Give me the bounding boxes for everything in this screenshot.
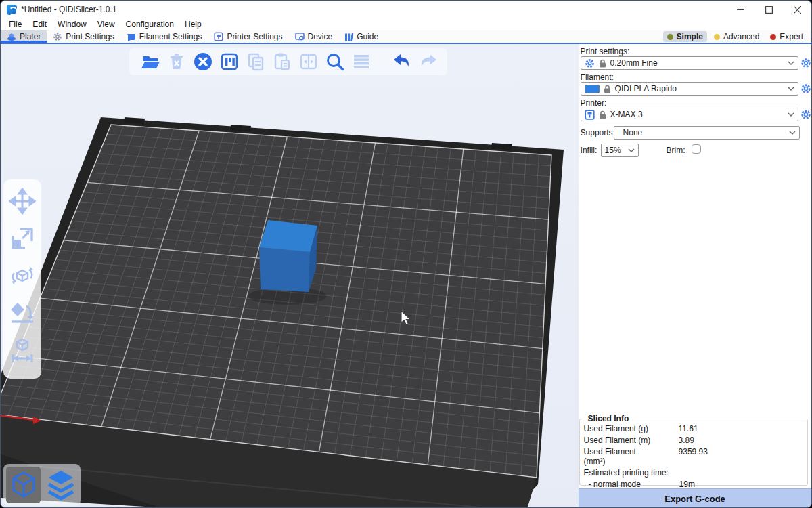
mode-simple[interactable]: Simple <box>663 31 707 42</box>
tab-bar: Plater Print Settings Filament Settings … <box>1 30 811 44</box>
edit-filament-gear-icon[interactable] <box>800 83 811 94</box>
chevron-down-icon <box>789 131 796 135</box>
export-gcode-button[interactable]: Export G-code <box>579 488 812 508</box>
supports-value: None <box>618 128 785 137</box>
menu-edit[interactable]: Edit <box>27 20 52 29</box>
gizmo-toolbar <box>3 179 41 379</box>
tab-printer-settings[interactable]: Printer Settings <box>208 30 288 43</box>
sliced-info-row: Used Filament (m) 3.89 <box>580 435 807 446</box>
scale-tool-button[interactable] <box>9 225 36 252</box>
delete-button[interactable] <box>166 51 187 72</box>
editor-3d-view-button[interactable] <box>6 467 41 503</box>
infill-label: Infill: <box>581 146 597 155</box>
maximize-icon <box>765 6 773 14</box>
tab-print-settings[interactable]: Print Settings <box>47 30 120 43</box>
copy-button[interactable] <box>246 51 266 72</box>
sliced-info-row: Used Filament (mm³) 9359.93 <box>580 446 807 467</box>
rotate-tool-button[interactable] <box>9 262 36 289</box>
menu-window[interactable]: Window <box>52 20 92 29</box>
variable-layer-height-button[interactable] <box>351 51 371 72</box>
filament-settings-icon <box>127 33 136 41</box>
chevron-down-icon <box>788 112 794 117</box>
build-plate-scene[interactable] <box>1 44 579 508</box>
editor-3d-icon <box>10 471 37 499</box>
delete-icon <box>166 51 187 72</box>
mode-advanced[interactable]: Advanced <box>710 31 763 42</box>
view-toggle-group <box>3 464 81 506</box>
brim-label: Brim: <box>667 146 685 155</box>
printer-settings-icon <box>214 32 223 41</box>
app-window: *Untitled - QIDISlicer-1.0.1 File Edit W… <box>0 0 812 508</box>
mode-group: Simple Advanced Expert <box>663 30 811 43</box>
paste-button[interactable] <box>272 51 292 72</box>
open-folder-icon <box>140 51 160 72</box>
printer-icon <box>585 110 595 120</box>
undo-button[interactable] <box>391 51 411 72</box>
move-icon <box>9 188 36 215</box>
window-title: *Untitled - QIDISlicer-1.0.1 <box>21 5 116 14</box>
supports-combo[interactable]: None <box>614 126 800 140</box>
mode-expert[interactable]: Expert <box>766 31 807 42</box>
infill-combo[interactable]: 15% <box>601 144 639 157</box>
supports-label: Supports: <box>581 128 615 137</box>
menu-help[interactable]: Help <box>179 20 207 29</box>
rotate-icon <box>9 262 36 289</box>
measure-tool-button[interactable] <box>9 337 36 364</box>
print-settings-value: 0.20mm Fine <box>610 58 784 68</box>
arrange-icon <box>219 51 240 72</box>
arrange-button[interactable] <box>219 51 240 72</box>
delete-all-button[interactable] <box>193 51 213 72</box>
menu-configuration[interactable]: Configuration <box>120 20 179 29</box>
minimize-icon <box>737 6 744 14</box>
menu-file[interactable]: File <box>3 20 27 29</box>
redo-button[interactable] <box>418 51 438 72</box>
variable-layer-height-icon <box>351 51 371 72</box>
model-cube[interactable] <box>259 220 317 292</box>
preview-layers-view-button[interactable] <box>43 467 78 503</box>
split-icon <box>298 51 319 72</box>
gear-icon <box>585 58 595 68</box>
search-button[interactable] <box>325 51 345 72</box>
redo-icon <box>418 51 438 72</box>
split-button[interactable] <box>298 51 319 72</box>
advanced-dot-icon <box>714 34 720 40</box>
measure-icon <box>9 337 36 364</box>
open-file-button[interactable] <box>140 51 160 72</box>
infill-value: 15% <box>605 146 624 155</box>
filament-color-swatch <box>585 85 600 93</box>
place-on-face-tool-button[interactable] <box>9 299 36 326</box>
printer-value: X-MAX 3 <box>610 110 784 119</box>
menu-bar: File Edit Window View Configuration Help <box>1 18 811 30</box>
tab-guide[interactable]: Guide <box>338 30 384 43</box>
brim-checkbox[interactable] <box>692 144 701 154</box>
printer-label: Printer: <box>581 98 607 108</box>
chevron-down-icon <box>628 148 635 152</box>
scale-icon <box>9 225 36 252</box>
print-settings-combo[interactable]: 0.20mm Fine <box>581 56 798 70</box>
filament-combo[interactable]: QIDI PLA Rapido <box>581 82 798 96</box>
close-icon <box>794 6 801 14</box>
sliced-info-row: Used Filament (g) 11.61 <box>580 423 807 435</box>
printer-combo[interactable]: X-MAX 3 <box>581 108 798 121</box>
tab-device[interactable]: Device <box>289 30 339 43</box>
paste-icon <box>272 51 292 72</box>
lock-icon <box>599 110 606 119</box>
viewport-3d[interactable] <box>1 44 579 508</box>
tab-plater[interactable]: Plater <box>1 30 47 43</box>
print-settings-gear-icon <box>53 32 62 41</box>
close-button[interactable] <box>783 1 811 18</box>
minimize-button[interactable] <box>726 1 754 18</box>
maximize-button[interactable] <box>754 1 783 18</box>
sliced-info-box: Sliced Info Used Filament (g) 11.61 Used… <box>579 414 808 486</box>
app-logo-icon <box>7 5 17 15</box>
tab-filament-settings[interactable]: Filament Settings <box>120 30 208 43</box>
device-icon <box>295 33 304 41</box>
move-tool-button[interactable] <box>9 188 36 215</box>
place-on-face-icon <box>9 299 36 326</box>
menu-view[interactable]: View <box>92 20 120 29</box>
edit-printer-gear-icon[interactable] <box>800 109 811 120</box>
undo-icon <box>391 51 411 72</box>
edit-print-settings-gear-icon[interactable] <box>800 58 811 68</box>
delete-all-icon <box>193 51 213 72</box>
lock-icon <box>599 59 606 68</box>
